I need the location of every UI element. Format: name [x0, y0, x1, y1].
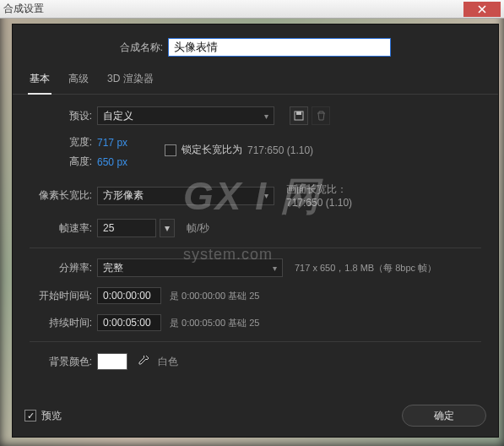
lock-aspect-label: 锁定长宽比为 [182, 143, 242, 157]
bg-label: 背景颜色: [30, 355, 97, 369]
lock-aspect-ratio: 717:650 (1.10) [247, 144, 313, 156]
duration-note: 是 0:00:05:00 基础 25 [170, 317, 259, 329]
close-button[interactable] [463, 2, 501, 17]
fps-dropdown-button[interactable]: ▾ [160, 219, 175, 237]
eyedropper-button[interactable] [134, 352, 153, 371]
par-value: 方形像素 [103, 188, 144, 203]
fps-select[interactable]: 25 [97, 219, 156, 237]
fps-label: 帧速率: [30, 221, 97, 236]
bg-color-swatch[interactable] [97, 353, 127, 370]
save-preset-button[interactable] [290, 106, 308, 125]
resolution-value: 完整 [103, 261, 123, 275]
close-icon [478, 5, 486, 14]
eyedropper-icon [138, 356, 149, 367]
fps-unit: 帧/秒 [187, 221, 209, 236]
height-label: 高度: [30, 155, 97, 169]
start-tc-label: 开始时间码: [30, 289, 97, 303]
par-select[interactable]: 方形像素 ▾ [97, 187, 274, 205]
resolution-label: 分辨率: [30, 261, 97, 275]
window-titlebar: 合成设置 [0, 0, 504, 19]
tab-basic[interactable]: 基本 [28, 68, 51, 95]
chevron-down-icon: ▾ [273, 264, 277, 273]
chevron-down-icon: ▾ [264, 191, 268, 200]
start-tc-input[interactable]: 0:00:00:00 [97, 287, 161, 304]
height-input[interactable]: 650 px [97, 156, 127, 168]
chevron-down-icon: ▾ [264, 112, 268, 121]
composition-settings-dialog: 合成名称: 基本 高级 3D 渲染器 预设: 自定义 ▾ 宽度: 717 px [12, 24, 499, 438]
preview-checkbox[interactable]: ✓ [24, 410, 36, 422]
preset-label: 预设: [30, 109, 97, 123]
start-tc-note: 是 0:00:00:00 基础 25 [170, 290, 259, 302]
fps-value: 25 [103, 222, 114, 234]
svg-rect-1 [296, 112, 301, 115]
frame-aspect: 画面长宽比： 717:650 (1.10) [286, 182, 352, 209]
resolution-select[interactable]: 完整 ▾ [97, 258, 283, 277]
lock-aspect-checkbox[interactable] [165, 144, 176, 156]
save-icon [294, 111, 304, 121]
tab-advanced[interactable]: 高级 [67, 68, 90, 94]
comp-name-label: 合成名称: [120, 41, 168, 55]
delete-preset-button [312, 106, 330, 125]
tabs: 基本 高级 3D 渲染器 [13, 68, 498, 95]
width-label: 宽度: [30, 135, 97, 150]
preset-value: 自定义 [103, 109, 133, 123]
window-title: 合成设置 [3, 2, 463, 16]
trash-icon [317, 111, 326, 121]
ok-button[interactable]: 确定 [402, 405, 486, 427]
comp-name-input[interactable] [168, 38, 391, 57]
preset-select[interactable]: 自定义 ▾ [97, 106, 274, 125]
resolution-info: 717 x 650，1.8 MB（每 8bpc 帧） [295, 262, 436, 275]
duration-label: 持续时间: [30, 316, 97, 330]
tab-3d-renderer[interactable]: 3D 渲染器 [106, 68, 155, 94]
par-label: 像素长宽比: [30, 188, 97, 203]
width-input[interactable]: 717 px [97, 137, 127, 149]
duration-input[interactable]: 0:00:05:00 [97, 314, 161, 331]
basic-panel: 预设: 自定义 ▾ 宽度: 717 px 高度: 650 px 锁定长宽比为 [13, 95, 498, 389]
bg-color-name: 白色 [158, 355, 178, 369]
chevron-down-icon: ▾ [165, 222, 170, 234]
preview-label: 预览 [41, 409, 62, 423]
